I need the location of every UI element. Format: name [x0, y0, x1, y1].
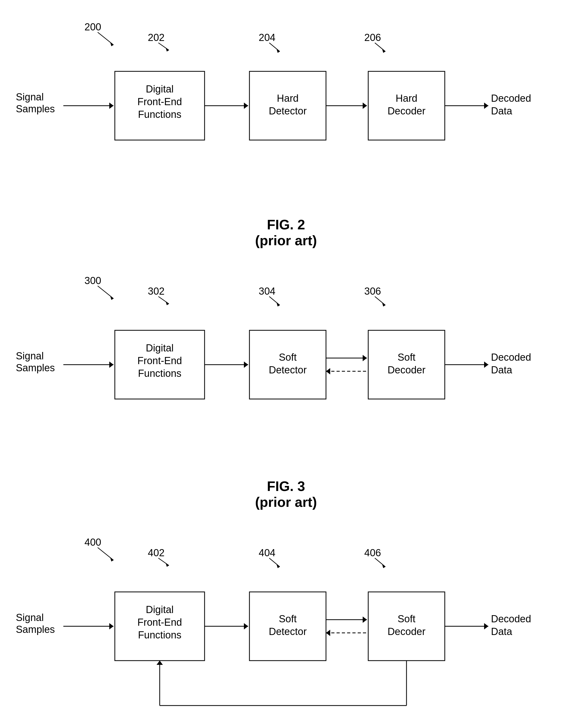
svg-line-18: [158, 297, 169, 304]
fig2-caption-line2: (prior art): [0, 233, 572, 248]
decoded-data-label-2b: Data: [491, 106, 512, 117]
block-306-text2: Decoder: [387, 364, 426, 375]
svg-marker-27: [244, 362, 248, 368]
block-406-text: Soft: [398, 613, 416, 624]
decoded-data-label-2: Decoded: [491, 93, 531, 104]
block-204-text2: Detector: [269, 106, 307, 117]
fig3-caption: FIG. 3 (prior art): [0, 478, 572, 510]
block-206-text: Hard: [396, 93, 417, 104]
fig4-svg: 400 402 404 406 Signal Samples Digital F…: [0, 526, 572, 728]
fig2-caption-line1: FIG. 2: [0, 217, 572, 233]
svg-marker-11: [244, 103, 248, 109]
fig2-caption: FIG. 2 (prior art): [0, 217, 572, 248]
svg-line-0: [98, 32, 114, 45]
ref-202: 202: [148, 32, 164, 43]
decoded-data-label-4: Decoded: [491, 613, 531, 624]
signal-in-label-3b: Samples: [16, 362, 55, 373]
svg-line-6: [375, 43, 385, 52]
svg-marker-45: [244, 623, 248, 629]
block-302-text3: Functions: [138, 368, 182, 379]
fig2-svg: 200 202 204 206 Signal Samples Digital F…: [0, 11, 572, 209]
block-406-text2: Decoder: [387, 626, 426, 637]
ref-302: 302: [148, 286, 164, 297]
ref-200: 200: [84, 21, 101, 33]
svg-line-16: [98, 286, 114, 299]
signal-in-label-3: Signal: [16, 350, 44, 362]
figure-4: 400 402 404 406 Signal Samples Digital F…: [0, 515, 572, 728]
block-202-text: Digital: [146, 83, 174, 95]
fig3-caption-line1: FIG. 3: [0, 478, 572, 494]
block-302-text2: Front-End: [138, 355, 182, 366]
block-304-text2: Detector: [269, 364, 307, 375]
svg-marker-47: [363, 616, 367, 623]
svg-line-40: [375, 558, 385, 567]
svg-line-4: [269, 43, 280, 52]
svg-line-36: [158, 558, 169, 565]
ref-304: 304: [259, 286, 275, 297]
figure-3: 300 302 304 306 Signal Samples Digital F…: [0, 254, 572, 515]
signal-in-label-4b: Samples: [16, 624, 55, 635]
decoded-data-label-4b: Data: [491, 626, 512, 637]
ref-402: 402: [148, 547, 164, 558]
svg-marker-33: [484, 362, 488, 368]
svg-marker-49: [326, 630, 330, 636]
block-402-text3: Functions: [138, 629, 182, 641]
fig3-svg: 300 302 304 306 Signal Samples Digital F…: [0, 264, 572, 470]
block-404-text: Soft: [279, 613, 297, 624]
figure-2: 200 202 204 206 Signal Samples Digital F…: [0, 0, 572, 254]
block-304-text: Soft: [279, 352, 297, 363]
block-302-text: Digital: [146, 343, 174, 354]
signal-in-label-2: Signal: [16, 92, 44, 103]
decoded-data-label-3b: Data: [491, 364, 512, 375]
svg-marker-55: [156, 661, 163, 665]
fig3-caption-line2: (prior art): [0, 494, 572, 510]
block-402-text2: Front-End: [138, 617, 182, 628]
svg-marker-43: [109, 623, 114, 629]
svg-line-2: [158, 43, 169, 50]
block-404-text2: Detector: [269, 626, 307, 637]
decoded-data-label-3: Decoded: [491, 352, 531, 363]
block-204-text: Hard: [277, 93, 298, 104]
signal-in-label-4: Signal: [16, 612, 44, 623]
ref-206: 206: [364, 32, 381, 43]
block-202-text2: Front-End: [138, 96, 182, 107]
svg-line-20: [269, 297, 280, 305]
block-306-text: Soft: [398, 352, 416, 363]
ref-300: 300: [84, 275, 101, 286]
svg-line-38: [269, 558, 280, 567]
svg-marker-9: [109, 103, 114, 109]
ref-204: 204: [259, 32, 275, 43]
svg-marker-31: [326, 368, 330, 374]
ref-306: 306: [364, 286, 381, 297]
svg-marker-25: [109, 362, 114, 368]
ref-400: 400: [84, 537, 101, 548]
svg-line-34: [98, 548, 114, 560]
block-202-text3: Functions: [138, 109, 182, 120]
svg-line-22: [375, 297, 385, 305]
block-206-text2: Decoder: [387, 106, 426, 117]
ref-406: 406: [364, 547, 381, 558]
svg-marker-29: [363, 355, 367, 361]
ref-404: 404: [259, 547, 275, 558]
svg-marker-51: [484, 623, 488, 629]
svg-marker-15: [484, 103, 488, 109]
svg-marker-13: [363, 103, 367, 109]
block-402-text: Digital: [146, 604, 174, 615]
signal-in-label-2b: Samples: [16, 103, 55, 114]
